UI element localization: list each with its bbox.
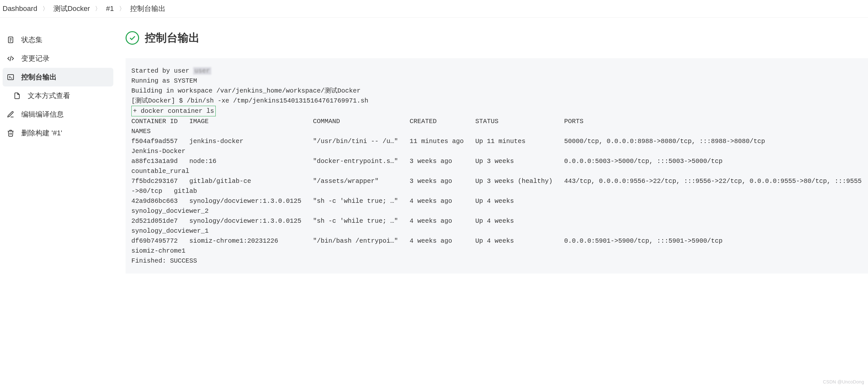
main-content: 控制台输出 Started by user user Running as SY… xyxy=(116,18,868,385)
code-icon xyxy=(6,54,15,63)
sidebar-item-console[interactable]: 控制台输出 xyxy=(3,68,113,86)
sidebar-item-edit-build[interactable]: 编辑编译信息 xyxy=(3,105,113,124)
chevron-right-icon: 〉 xyxy=(95,5,101,12)
breadcrumb-item-build[interactable]: #1 xyxy=(106,4,114,13)
console-line: Building in workspace /var/jenkins_home/… xyxy=(131,87,361,95)
trash-icon xyxy=(6,129,15,137)
sidebar-item-label: 状态集 xyxy=(21,35,42,45)
edit-icon xyxy=(6,110,15,118)
sidebar-item-delete-build[interactable]: 删除构建 '#1' xyxy=(3,124,113,142)
page-title: 控制台输出 xyxy=(145,31,199,45)
sidebar-item-label: 控制台输出 xyxy=(21,72,57,82)
console-line: [测试Docker] $ /bin/sh -xe /tmp/jenkins154… xyxy=(131,97,368,104)
sidebar-item-label: 删除构建 '#1' xyxy=(21,128,62,138)
console-table-row: df69b7495772 siomiz-chrome1:20231226 "/b… xyxy=(131,237,868,254)
sidebar-item-label: 变更记录 xyxy=(21,54,50,63)
breadcrumb-item-project[interactable]: 测试Docker xyxy=(54,4,90,13)
page-header: 控制台输出 xyxy=(126,31,868,45)
console-highlight-line: + docker container ls xyxy=(131,106,216,116)
console-line: Running as SYSTEM xyxy=(131,77,197,84)
console-user-link[interactable]: user xyxy=(193,67,211,75)
chevron-right-icon: 〉 xyxy=(42,5,48,12)
breadcrumb-item-current: 控制台输出 xyxy=(130,4,165,13)
console-table-row: a88fc13a1a9d node:16 "docker-entrypoint.… xyxy=(131,157,868,175)
console-finish-line: Finished: SUCCESS xyxy=(131,257,197,265)
success-check-icon xyxy=(126,31,139,45)
sidebar-item-label: 编辑编译信息 xyxy=(21,110,64,119)
console-table-row: 42a9d86bc663 synology/docviewer:1.3.0.01… xyxy=(131,197,868,215)
terminal-icon xyxy=(6,73,15,81)
console-output: Started by user user Running as SYSTEM B… xyxy=(126,58,868,274)
breadcrumb-item-dashboard[interactable]: Dashboard xyxy=(3,4,37,13)
sidebar-item-label: 文本方式查看 xyxy=(28,91,70,101)
chevron-right-icon: 〉 xyxy=(119,5,125,12)
sidebar-item-status[interactable]: 状态集 xyxy=(3,31,113,49)
sidebar: 状态集 变更记录 控制台输出 文本方式查看 编辑编译信息 xyxy=(0,18,116,385)
console-table-header: CONTAINER ID IMAGE COMMAND CREATED STATU… xyxy=(131,118,868,135)
document-icon xyxy=(6,36,15,44)
console-table-row: 2d521d051de7 synology/docviewer:1.3.0.01… xyxy=(131,217,868,235)
sidebar-item-text-view[interactable]: 文本方式查看 xyxy=(3,86,113,105)
file-icon xyxy=(13,92,21,100)
watermark: CSDN @UncoDong xyxy=(823,379,864,384)
console-table-row: f504af9ad557 jenkins-docker "/usr/bin/ti… xyxy=(131,138,868,155)
breadcrumb: Dashboard 〉 测试Docker 〉 #1 〉 控制台输出 xyxy=(0,0,868,18)
svg-line-4 xyxy=(10,56,11,61)
sidebar-item-changes[interactable]: 变更记录 xyxy=(3,49,113,68)
console-table-row: 7f5bdc293167 gitlab/gitlab-ce "/assets/w… xyxy=(131,177,862,195)
console-line: Started by user xyxy=(131,67,193,75)
